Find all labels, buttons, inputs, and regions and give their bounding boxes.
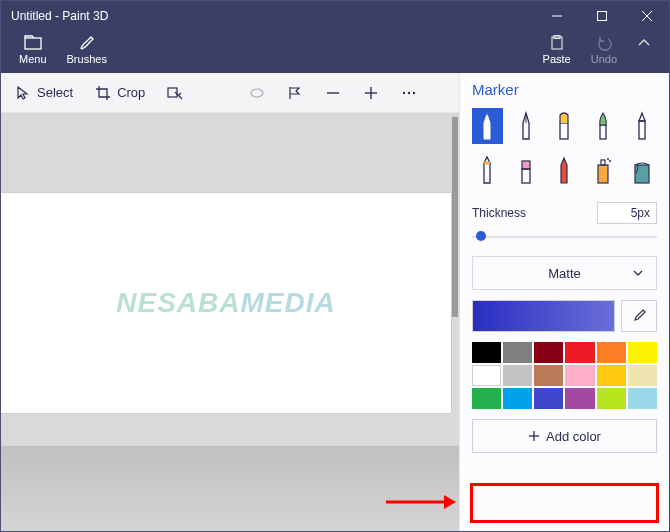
select-label: Select: [37, 85, 73, 100]
thickness-row: Thickness: [472, 202, 657, 224]
brush-fill[interactable]: [626, 152, 657, 188]
svg-point-14: [413, 91, 415, 93]
eyedropper-button[interactable]: [621, 300, 657, 332]
slider-thumb[interactable]: [476, 231, 486, 241]
cursor-icon: [15, 85, 31, 101]
canvas[interactable]: NESABAMEDIA: [1, 193, 451, 413]
paste-label: Paste: [543, 53, 571, 65]
floor-shadow: [1, 446, 459, 531]
svg-rect-1: [597, 12, 606, 21]
window-title: Untitled - Paint 3D: [1, 9, 534, 23]
clipboard-icon: [549, 33, 565, 53]
thickness-input[interactable]: [597, 202, 657, 224]
panel-heading: Marker: [472, 81, 657, 98]
color-swatch[interactable]: [534, 342, 563, 363]
eyedropper-icon: [631, 308, 647, 324]
brush-icon: [78, 33, 96, 53]
dots-icon: [401, 85, 417, 101]
brush-marker[interactable]: [472, 108, 503, 144]
watermark: NESABAMEDIA: [116, 287, 335, 319]
color-swatch[interactable]: [597, 342, 626, 363]
svg-rect-18: [639, 121, 645, 139]
color-swatch[interactable]: [565, 365, 594, 386]
menu-bar: Menu Brushes Paste Undo: [1, 31, 669, 73]
brushes-tab[interactable]: Brushes: [57, 33, 117, 65]
rotate-icon: [249, 85, 265, 101]
chevron-up-icon: [637, 33, 651, 53]
color-swatch[interactable]: [565, 342, 594, 363]
color-swatch[interactable]: [628, 342, 657, 363]
color-swatch[interactable]: [628, 365, 657, 386]
svg-rect-19: [522, 161, 530, 169]
brush-panel: Marker Thickness Matte: [459, 73, 669, 531]
undo-button[interactable]: Undo: [581, 33, 627, 65]
menu-button[interactable]: Menu: [9, 33, 57, 65]
material-select[interactable]: Matte: [472, 256, 657, 290]
add-color-label: Add color: [546, 429, 601, 444]
rotate-tool[interactable]: [245, 81, 269, 105]
brush-crayon[interactable]: [549, 152, 580, 188]
brush-spray-can[interactable]: [588, 152, 619, 188]
svg-rect-17: [600, 125, 606, 139]
tool-bar: Select Crop: [1, 73, 459, 113]
collapse-chevron[interactable]: [627, 33, 661, 65]
color-swatch[interactable]: [503, 342, 532, 363]
svg-point-8: [251, 89, 263, 97]
magic-select-tool[interactable]: [163, 81, 187, 105]
menu-label: Menu: [19, 53, 47, 65]
color-swatch[interactable]: [597, 365, 626, 386]
crop-tool[interactable]: Crop: [91, 81, 149, 105]
paint3d-window: Untitled - Paint 3D Menu Brushes: [0, 0, 670, 532]
thickness-slider[interactable]: [472, 230, 657, 244]
svg-point-24: [609, 160, 611, 162]
color-swatch[interactable]: [472, 365, 501, 386]
color-swatch[interactable]: [472, 388, 501, 409]
chevron-down-icon: [632, 267, 644, 279]
brush-grid: [472, 108, 657, 188]
maximize-button[interactable]: [579, 1, 624, 31]
color-swatch[interactable]: [472, 342, 501, 363]
color-swatch[interactable]: [628, 388, 657, 409]
flag-icon: [287, 85, 303, 101]
brush-pencil[interactable]: [472, 152, 503, 188]
color-swatch[interactable]: [503, 365, 532, 386]
svg-rect-16: [560, 123, 568, 139]
brush-oil-brush[interactable]: [549, 108, 580, 144]
thickness-label: Thickness: [472, 206, 526, 220]
crop-label: Crop: [117, 85, 145, 100]
zoom-out[interactable]: [321, 81, 345, 105]
color-swatch[interactable]: [503, 388, 532, 409]
annotation-highlight: [470, 483, 659, 523]
more-button[interactable]: [397, 81, 421, 105]
magic-select-icon: [167, 85, 183, 101]
brushes-label: Brushes: [67, 53, 107, 65]
brush-eraser[interactable]: [511, 152, 542, 188]
plus-icon: [363, 85, 379, 101]
color-swatch[interactable]: [597, 388, 626, 409]
zoom-in[interactable]: [359, 81, 383, 105]
select-tool[interactable]: Select: [11, 81, 77, 105]
add-color-button[interactable]: Add color: [472, 419, 657, 453]
flag-tool[interactable]: [283, 81, 307, 105]
color-swatch[interactable]: [534, 365, 563, 386]
color-swatch[interactable]: [565, 388, 594, 409]
paste-button[interactable]: Paste: [533, 33, 581, 65]
vertical-scrollbar[interactable]: [452, 117, 458, 317]
color-swatch[interactable]: [534, 388, 563, 409]
svg-point-12: [403, 91, 405, 93]
canvas-viewport[interactable]: NESABAMEDIA: [1, 113, 459, 531]
svg-point-13: [408, 91, 410, 93]
canvas-column: Select Crop: [1, 73, 459, 531]
minus-icon: [325, 85, 341, 101]
brush-calligraphy-pen[interactable]: [511, 108, 542, 144]
brush-pixel-pen[interactable]: [626, 108, 657, 144]
svg-rect-21: [598, 165, 608, 183]
svg-rect-20: [522, 169, 530, 183]
brush-watercolor[interactable]: [588, 108, 619, 144]
current-color-swatch[interactable]: [472, 300, 615, 332]
minimize-button[interactable]: [534, 1, 579, 31]
material-label: Matte: [548, 266, 581, 281]
undo-label: Undo: [591, 53, 617, 65]
close-button[interactable]: [624, 1, 669, 31]
svg-rect-25: [635, 165, 649, 183]
